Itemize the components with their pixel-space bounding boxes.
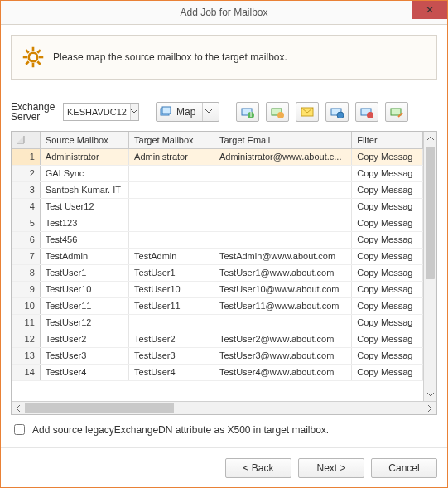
cell-filter[interactable]: Copy Messag	[352, 181, 423, 198]
cell-email[interactable]	[214, 215, 351, 231]
table-row[interactable]: 4Test User12Copy Messag	[12, 198, 423, 215]
next-button[interactable]: Next >	[298, 458, 364, 478]
cell-source[interactable]: Test123	[40, 215, 128, 231]
table-row[interactable]: 3Santosh Kumar. ITCopy Messag	[12, 181, 423, 198]
cell-email[interactable]: Administrator@www.about.c...	[214, 148, 351, 165]
cell-source[interactable]: TestUser2	[40, 331, 128, 347]
cell-filter[interactable]: Copy Messag	[352, 165, 423, 181]
col-rownum[interactable]	[12, 132, 40, 148]
cell-filter[interactable]: Copy Messag	[352, 248, 423, 264]
cell-source[interactable]: GALSync	[40, 165, 128, 181]
scroll-right-icon[interactable]	[423, 402, 436, 414]
cell-target[interactable]: TestAdmin	[129, 248, 214, 264]
cell-email[interactable]: TestUser10@www.about.com	[214, 281, 351, 297]
table-row[interactable]: 7TestAdminTestAdminTestAdmin@www.about.c…	[12, 248, 423, 264]
scroll-thumb-v[interactable]	[426, 147, 435, 279]
cell-target[interactable]	[129, 215, 214, 231]
cell-filter[interactable]: Copy Messag	[352, 281, 423, 297]
cell-target[interactable]: TestUser1	[129, 264, 214, 281]
cell-email[interactable]	[214, 198, 351, 215]
col-source[interactable]: Source Mailbox	[40, 132, 128, 148]
cell-target[interactable]: TestUser11	[129, 297, 214, 314]
cell-target[interactable]	[129, 165, 214, 181]
cell-source[interactable]: TestUser3	[40, 347, 128, 364]
cell-source[interactable]: TestUser4	[40, 364, 128, 380]
cell-target[interactable]: TestUser3	[129, 347, 214, 364]
table-row[interactable]: 9TestUser10TestUser10TestUser10@www.abou…	[12, 281, 423, 297]
cell-filter[interactable]: Copy Messag	[352, 215, 423, 231]
table-row[interactable]: 11TestUser12Copy Messag	[12, 314, 423, 331]
table-row[interactable]: 13TestUser3TestUser3TestUser3@www.about.…	[12, 347, 423, 364]
cell-filter[interactable]: Copy Messag	[352, 231, 423, 248]
toolbar-btn-6[interactable]	[385, 102, 408, 122]
cell-filter[interactable]: Copy Messag	[352, 314, 423, 331]
cell-source[interactable]: TestUser1	[40, 264, 128, 281]
cell-email[interactable]	[214, 231, 351, 248]
table-row[interactable]: 12TestUser2TestUser2TestUser2@www.about.…	[12, 331, 423, 347]
scroll-up-icon[interactable]	[424, 132, 436, 145]
table-row[interactable]: 5Test123Copy Messag	[12, 215, 423, 231]
cell-source[interactable]: Test456	[40, 231, 128, 248]
toolbar-btn-1[interactable]: +	[236, 102, 259, 122]
cell-target[interactable]	[129, 198, 214, 215]
cell-email[interactable]: TestUser1@www.about.com	[214, 264, 351, 281]
toolbar-btn-3[interactable]	[296, 102, 319, 122]
cell-source[interactable]: TestUser12	[40, 314, 128, 331]
cell-email[interactable]: TestUser4@www.about.com	[214, 364, 351, 380]
cell-target[interactable]: TestUser2	[129, 331, 214, 347]
cell-target[interactable]: TestUser4	[129, 364, 214, 380]
col-target[interactable]: Target Mailbox	[129, 132, 214, 148]
cell-filter[interactable]: Copy Messag	[352, 347, 423, 364]
map-button[interactable]: Map	[156, 102, 219, 122]
cell-filter[interactable]: Copy Messag	[352, 331, 423, 347]
toolbar-btn-2[interactable]	[266, 102, 289, 122]
cell-filter[interactable]: Copy Messag	[352, 264, 423, 281]
cancel-button[interactable]: Cancel	[371, 458, 437, 478]
cell-email[interactable]	[214, 181, 351, 198]
cell-email[interactable]: TestUser3@www.about.com	[214, 347, 351, 364]
toolbar-btn-5[interactable]	[355, 102, 378, 122]
cell-email[interactable]	[214, 165, 351, 181]
cell-target[interactable]	[129, 181, 214, 198]
cell-filter[interactable]: Copy Messag	[352, 198, 423, 215]
map-dropdown-icon[interactable]	[202, 103, 214, 121]
grid-scroll-area[interactable]: Source Mailbox Target Mailbox Target Ema…	[12, 132, 423, 401]
cell-filter[interactable]: Copy Messag	[352, 148, 423, 165]
cell-source[interactable]: Test User12	[40, 198, 128, 215]
cell-target[interactable]: Administrator	[129, 148, 214, 165]
table-row[interactable]: 14TestUser4TestUser4TestUser4@www.about.…	[12, 364, 423, 380]
table-row[interactable]: 2GALSyncCopy Messag	[12, 165, 423, 181]
cell-email[interactable]: TestUser2@www.about.com	[214, 331, 351, 347]
server-select[interactable]: KESHAVDC12	[63, 103, 139, 121]
cell-email[interactable]: TestAdmin@www.about.com	[214, 248, 351, 264]
cell-filter[interactable]: Copy Messag	[352, 297, 423, 314]
scroll-left-icon[interactable]	[12, 402, 25, 414]
cell-source[interactable]: TestAdmin	[40, 248, 128, 264]
back-button[interactable]: < Back	[225, 458, 291, 478]
col-email[interactable]: Target Email	[214, 132, 351, 148]
cell-filter[interactable]: Copy Messag	[352, 364, 423, 380]
scroll-thumb-h[interactable]	[25, 403, 174, 413]
cell-target[interactable]	[129, 231, 214, 248]
cell-email[interactable]	[214, 314, 351, 331]
legacy-dn-checkbox[interactable]	[14, 424, 25, 435]
cell-target[interactable]	[129, 314, 214, 331]
toolbar-btn-4[interactable]	[325, 102, 349, 122]
vertical-scrollbar[interactable]	[423, 132, 436, 401]
table-row[interactable]: 8TestUser1TestUser1TestUser1@www.about.c…	[12, 264, 423, 281]
cell-source[interactable]: Santosh Kumar. IT	[40, 181, 128, 198]
cell-source[interactable]: TestUser10	[40, 281, 128, 297]
horizontal-scrollbar[interactable]	[12, 401, 436, 414]
scroll-down-icon[interactable]	[424, 388, 436, 401]
chevron-down-icon[interactable]	[130, 104, 138, 120]
table-row[interactable]: 10TestUser11TestUser11TestUser11@www.abo…	[12, 297, 423, 314]
table-row[interactable]: 1AdministratorAdministratorAdministrator…	[12, 148, 423, 165]
cell-source[interactable]: Administrator	[40, 148, 128, 165]
map-button-label: Map	[176, 106, 195, 118]
table-row[interactable]: 6Test456Copy Messag	[12, 231, 423, 248]
cell-target[interactable]: TestUser10	[129, 281, 214, 297]
cell-source[interactable]: TestUser11	[40, 297, 128, 314]
col-filter[interactable]: Filter	[352, 132, 423, 148]
cell-email[interactable]: TestUser11@www.about.com	[214, 297, 351, 314]
window-close-button[interactable]: ✕	[412, 1, 447, 19]
